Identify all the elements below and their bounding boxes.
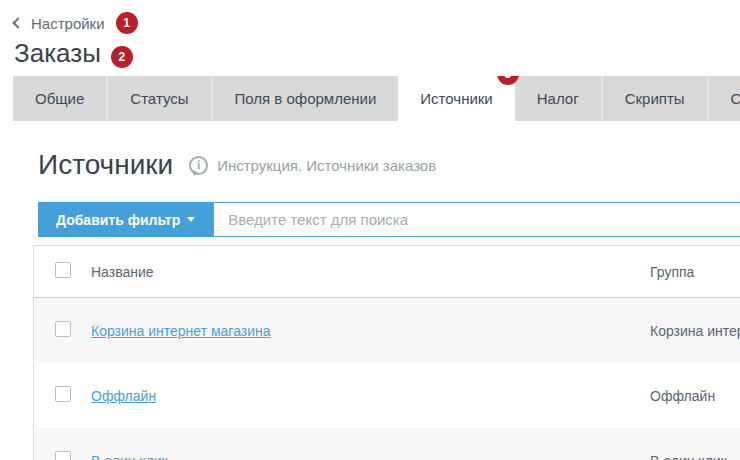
tab-sources[interactable]: Источники 3	[398, 76, 514, 121]
source-link[interactable]: В один клик	[91, 453, 168, 460]
source-link[interactable]: Оффлайн	[91, 388, 156, 404]
filter-bar: Добавить фильтр	[38, 202, 740, 237]
row-checkbox[interactable]	[55, 321, 71, 337]
page-header: Настройки 1 Заказы 2	[0, 0, 740, 76]
source-group-cell: Корзина интернет магазина	[650, 323, 740, 339]
row-checkbox[interactable]	[55, 386, 71, 402]
back-link-label: Настройки	[31, 15, 105, 32]
tab-statuses[interactable]: Статусы	[106, 76, 210, 121]
section-header: Источники i Инструкция. Источники заказо…	[38, 148, 740, 182]
source-name-cell: Корзина интернет магазина	[91, 323, 650, 339]
back-link[interactable]: Настройки	[14, 15, 105, 32]
table-row: Оффлайн Оффлайн	[34, 363, 740, 428]
annotation-badge-1: 1	[116, 12, 138, 34]
search-input[interactable]	[213, 202, 740, 237]
page-title: Заказы	[14, 38, 101, 68]
source-group-cell: Оффлайн	[650, 388, 740, 404]
source-link[interactable]: Корзина интернет магазина	[91, 323, 271, 339]
add-filter-label: Добавить фильтр	[56, 212, 180, 228]
table-row: В один клик В один клик	[34, 428, 740, 460]
tab-label: Общие	[35, 90, 84, 107]
row-checkbox-cell	[34, 386, 91, 405]
tab-label: Страница	[731, 90, 740, 107]
tab-label: Статусы	[130, 90, 188, 107]
tab-tax[interactable]: Налог	[515, 76, 601, 121]
column-header-group: Группа	[650, 264, 740, 280]
section-title: Источники	[38, 148, 173, 182]
table-row: Корзина интернет магазина Корзина интерн…	[34, 298, 740, 363]
breadcrumb: Настройки 1	[14, 12, 740, 34]
source-group-cell: В один клик	[650, 453, 740, 460]
info-bubble-icon: i	[189, 156, 208, 175]
row-checkbox-cell	[34, 321, 91, 340]
header-checkbox-cell	[34, 262, 91, 281]
tab-label: Налог	[537, 90, 579, 107]
tab-label: Скрипты	[625, 90, 685, 107]
tab-label: Источники	[420, 90, 492, 107]
add-filter-button[interactable]: Добавить фильтр	[38, 202, 213, 237]
row-checkbox[interactable]	[55, 451, 71, 460]
source-name-cell: В один клик	[91, 453, 650, 460]
instruction-link[interactable]: i Инструкция. Источники заказов	[189, 156, 436, 175]
caret-down-icon	[187, 217, 195, 222]
source-name-cell: Оффлайн	[91, 388, 650, 404]
table-header-row: Название Группа	[34, 246, 740, 298]
tab-scripts[interactable]: Скрипты	[601, 76, 707, 121]
select-all-checkbox[interactable]	[55, 262, 71, 278]
settings-tab-bar: Общие Статусы Поля в оформлении Источник…	[13, 76, 740, 121]
tab-page[interactable]: Страница	[707, 76, 740, 121]
tab-general[interactable]: Общие	[13, 76, 106, 121]
instruction-link-label: Инструкция. Источники заказов	[217, 157, 436, 174]
row-checkbox-cell	[34, 451, 91, 460]
column-header-name: Название	[91, 264, 650, 280]
sources-table: Название Группа Корзина интернет магазин…	[33, 245, 740, 460]
annotation-badge-2: 2	[111, 46, 133, 68]
tab-checkout-fields[interactable]: Поля в оформлении	[211, 76, 399, 121]
page-title-row: Заказы 2	[14, 38, 740, 68]
chevron-left-icon	[12, 17, 23, 28]
tab-label: Поля в оформлении	[235, 90, 377, 107]
